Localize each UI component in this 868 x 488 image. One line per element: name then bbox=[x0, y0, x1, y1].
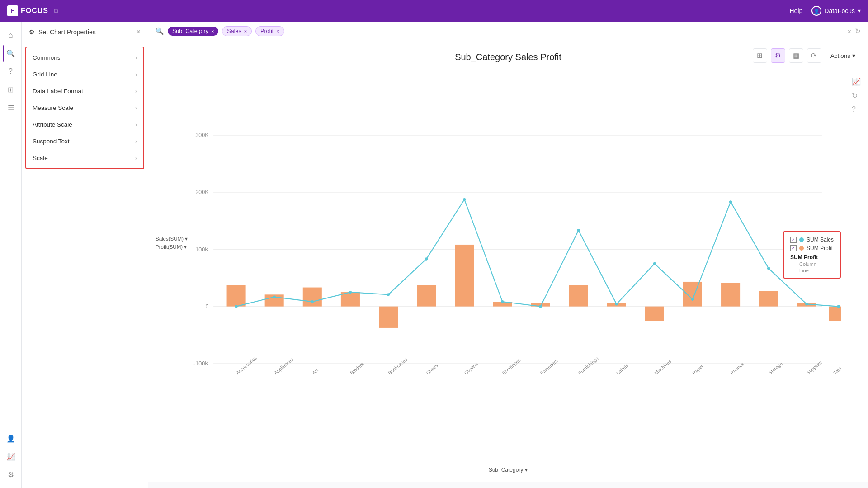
svg-rect-10 bbox=[227, 285, 246, 306]
sidebar-item-list[interactable]: ☰ bbox=[3, 99, 19, 116]
svg-text:Storage: Storage bbox=[767, 360, 783, 375]
actions-button[interactable]: Actions ▾ bbox=[825, 50, 861, 62]
sidebar-item-grid[interactable]: ⊞ bbox=[3, 81, 19, 98]
panel-header: ⚙ Set Chart Properties × bbox=[22, 22, 148, 43]
svg-text:Paper: Paper bbox=[691, 363, 705, 376]
toolbar-icon-refresh[interactable]: ⟳ bbox=[807, 48, 821, 63]
datalabel-arrow: › bbox=[135, 88, 137, 95]
top-nav: F FOCUS ⧉ Help 👤 DataFocus ▾ bbox=[0, 0, 868, 22]
float-help-icon[interactable]: ? bbox=[852, 105, 861, 114]
svg-text:Supplies: Supplies bbox=[805, 360, 823, 375]
svg-text:Copiers: Copiers bbox=[463, 361, 479, 375]
active-bar bbox=[3, 45, 4, 62]
svg-point-32 bbox=[463, 198, 466, 201]
help-link[interactable]: Help bbox=[790, 7, 803, 14]
svg-point-33 bbox=[501, 300, 504, 303]
float-chart-icon[interactable]: 📈 bbox=[852, 77, 861, 86]
search-clear-icon[interactable]: × bbox=[847, 28, 851, 35]
panel-item-attributescale[interactable]: Attribute Scale › bbox=[26, 116, 143, 133]
actions-caret-icon: ▾ bbox=[852, 52, 855, 59]
svg-point-61 bbox=[837, 305, 840, 308]
svg-rect-12 bbox=[303, 288, 322, 307]
legend-check-profit[interactable]: ✓ bbox=[790, 245, 797, 251]
tag-sales-close[interactable]: × bbox=[244, 28, 247, 34]
nav-add-icon[interactable]: ⧉ bbox=[54, 7, 58, 15]
sidebar-item-help[interactable]: ? bbox=[3, 63, 19, 80]
legend-check-sales[interactable]: ✓ bbox=[790, 237, 797, 243]
tag-subcategory-close[interactable]: × bbox=[211, 28, 214, 34]
sidebar-item-home[interactable]: ⌂ bbox=[3, 27, 19, 43]
svg-text:Art: Art bbox=[311, 368, 319, 376]
svg-text:Fasteners: Fasteners bbox=[539, 358, 558, 375]
legend-selected-section: SUM Profit Column Line bbox=[790, 254, 834, 273]
legend-box: ✓ SUM Sales ✓ SUM Profit SUM Profit Colu… bbox=[783, 231, 841, 279]
svg-text:Binders: Binders bbox=[349, 361, 365, 375]
actions-label: Actions bbox=[830, 52, 850, 59]
float-refresh-icon[interactable]: ↻ bbox=[852, 91, 861, 100]
tag-profit-close[interactable]: × bbox=[276, 28, 279, 34]
toolbar-icon-table[interactable]: ▦ bbox=[789, 48, 803, 63]
svg-point-38 bbox=[691, 298, 694, 301]
svg-point-39 bbox=[729, 200, 732, 203]
svg-rect-24 bbox=[759, 291, 778, 307]
panel-item-gridline[interactable]: Grid Line › bbox=[26, 66, 143, 83]
svg-text:Machines: Machines bbox=[653, 358, 672, 375]
datalabel-label: Data Label Format bbox=[33, 88, 135, 95]
svg-point-26 bbox=[235, 305, 237, 308]
toolbar-icon-grid[interactable]: ⊞ bbox=[753, 48, 767, 63]
tag-subcategory[interactable]: Sub_Category × bbox=[168, 27, 218, 36]
svg-text:-100K: -100K bbox=[193, 360, 209, 367]
svg-rect-15 bbox=[417, 285, 436, 306]
svg-rect-14 bbox=[379, 307, 398, 328]
tag-sales[interactable]: Sales × bbox=[222, 26, 252, 36]
toolbar-icon-gear[interactable]: ⚙ bbox=[771, 48, 785, 63]
measurescale-label: Measure Scale bbox=[33, 104, 135, 111]
left-sidebar: ⌂ 🔍 ? ⊞ ☰ 👤 📈 ⚙ bbox=[0, 22, 22, 488]
svg-point-28 bbox=[311, 300, 314, 303]
main-content: 🔍 Sub_Category × Sales × Profit × × ↻ ⊞ … bbox=[148, 22, 868, 488]
svg-text:Labels: Labels bbox=[615, 362, 629, 375]
legend-column-label: Column bbox=[799, 261, 834, 267]
svg-rect-22 bbox=[683, 282, 702, 307]
chart-svg-container: 300K 200K 100K 0 -100K bbox=[175, 91, 841, 446]
x-axis-label[interactable]: Sub_Category ▾ bbox=[489, 467, 528, 473]
svg-text:Furnishings: Furnishings bbox=[577, 355, 599, 375]
tag-sales-label: Sales bbox=[227, 28, 241, 34]
user-menu[interactable]: 👤 DataFocus ▾ bbox=[811, 6, 861, 16]
panel-item-commons[interactable]: Commons › bbox=[26, 49, 143, 66]
user-avatar-icon: 👤 bbox=[811, 6, 821, 16]
measurescale-arrow: › bbox=[135, 105, 137, 111]
sidebar-item-user[interactable]: 👤 bbox=[3, 430, 19, 446]
svg-text:Bookcases: Bookcases bbox=[387, 356, 408, 375]
panel-close-button[interactable]: × bbox=[137, 28, 141, 36]
svg-point-34 bbox=[539, 305, 542, 308]
svg-point-36 bbox=[615, 303, 618, 305]
panel-item-scale[interactable]: Scale › bbox=[26, 150, 143, 166]
panel-header-left: ⚙ Set Chart Properties bbox=[29, 28, 96, 36]
legend-row-profit: ✓ SUM Profit bbox=[790, 245, 834, 251]
sidebar-item-search[interactable]: 🔍 bbox=[3, 45, 19, 62]
chart-area: ⊞ ⚙ ▦ ⟳ Actions ▾ 📈 ↻ ? Sub_Category Sal… bbox=[148, 41, 868, 482]
chart-svg: 300K 200K 100K 0 -100K bbox=[175, 91, 841, 446]
commons-label: Commons bbox=[33, 54, 135, 61]
search-refresh-icon[interactable]: ↻ bbox=[855, 27, 861, 35]
x-axis-caret-icon: ▾ bbox=[525, 467, 528, 473]
nav-left: F FOCUS ⧉ bbox=[7, 5, 58, 16]
svg-rect-19 bbox=[569, 285, 588, 306]
legend-profit-label: SUM Profit bbox=[807, 245, 833, 251]
panel-item-suspendtext[interactable]: Suspend Text › bbox=[26, 133, 143, 150]
svg-rect-60 bbox=[829, 307, 841, 321]
panel-item-datalabel[interactable]: Data Label Format › bbox=[26, 83, 143, 99]
attributescale-label: Attribute Scale bbox=[33, 121, 135, 128]
legend-dot-profit bbox=[799, 246, 804, 251]
scale-label: Scale bbox=[33, 155, 135, 161]
sidebar-item-analytics[interactable]: 📈 bbox=[3, 448, 19, 464]
search-icon[interactable]: 🔍 bbox=[156, 27, 164, 35]
svg-text:0: 0 bbox=[206, 303, 209, 310]
logo-letter: F bbox=[11, 8, 14, 14]
sidebar-item-settings[interactable]: ⚙ bbox=[3, 466, 19, 483]
suspendtext-label: Suspend Text bbox=[33, 138, 135, 145]
logo[interactable]: F FOCUS bbox=[7, 5, 48, 16]
tag-profit[interactable]: Profit × bbox=[255, 26, 284, 36]
panel-item-measurescale[interactable]: Measure Scale › bbox=[26, 99, 143, 116]
